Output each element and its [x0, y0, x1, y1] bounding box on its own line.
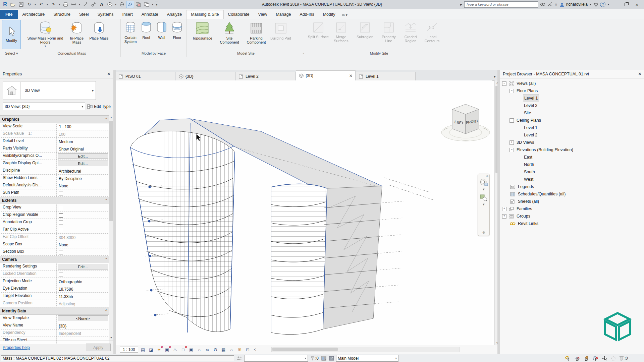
active-workset-select[interactable]: ▾: [244, 355, 308, 362]
worksets-icon[interactable]: [237, 356, 242, 361]
roof-button[interactable]: Roof: [139, 20, 154, 40]
collapse-icon[interactable]: ^: [105, 309, 107, 313]
switch-windows-dropdown-icon[interactable]: ▾: [151, 1, 154, 8]
default-3d-view-icon[interactable]: [106, 1, 113, 8]
show-hidden-lines-value[interactable]: By Discipline: [57, 175, 109, 182]
redo-icon[interactable]: ↷: [50, 1, 57, 8]
tab-steel[interactable]: Steel: [75, 10, 93, 19]
view-template-button[interactable]: <None>: [58, 315, 108, 321]
annotation-crop-checkbox[interactable]: [59, 221, 63, 225]
view-name-value[interactable]: {3D}: [57, 322, 109, 329]
show-rendering-dialog-icon[interactable]: ♨: [172, 347, 178, 353]
locked-3d-view-icon[interactable]: ⌂: [196, 347, 203, 353]
close-button[interactable]: ×: [633, 2, 641, 7]
tree-expander[interactable]: −: [509, 148, 514, 152]
redo-dropdown-icon[interactable]: ▾: [58, 1, 61, 8]
minimize-button[interactable]: –: [611, 2, 620, 7]
select-links-icon[interactable]: [565, 356, 571, 361]
sun-path-checkbox[interactable]: [59, 191, 63, 195]
scroll-down-icon[interactable]: ▼: [109, 336, 113, 340]
panel-select-label[interactable]: Select ▾: [0, 50, 23, 57]
element-filter-combo[interactable]: 3D View: {3D} ▾: [3, 103, 85, 110]
place-mass-button[interactable]: Place Mass: [88, 20, 110, 41]
tree-expander[interactable]: −: [502, 81, 506, 86]
scroll-up-icon[interactable]: ▲: [109, 115, 113, 120]
help-icon[interactable]: ?: [600, 2, 605, 7]
close-view-tab-icon[interactable]: ✕: [349, 73, 353, 78]
revit-logo-icon[interactable]: R: [1, 1, 9, 8]
reveal-constraints-icon[interactable]: ⊡: [245, 347, 251, 353]
measure-icon[interactable]: [70, 1, 77, 8]
tree-item-schedules[interactable]: Schedules/Quantities (all): [509, 190, 644, 198]
dialog-launcher-icon[interactable]: ⌟: [303, 50, 304, 56]
detail-level-icon[interactable]: ▤: [140, 347, 146, 353]
app-store-icon[interactable]: [593, 2, 598, 7]
edit-type-button[interactable]: Edit Type: [87, 104, 111, 109]
view-scale-button[interactable]: 1 : 100: [120, 347, 138, 353]
tree-item-ceiling-level2[interactable]: Level 2: [523, 131, 644, 139]
tree-item-east[interactable]: East: [523, 154, 644, 161]
undo-dropdown-icon[interactable]: ▾: [46, 1, 49, 8]
view-scale-value[interactable]: 1 : 100: [57, 123, 109, 130]
crop-region-visible-checkbox[interactable]: [59, 213, 63, 218]
3d-view-dropdown-icon[interactable]: ▾: [114, 1, 117, 8]
curtain-system-button[interactable]: Curtain System: [123, 20, 138, 44]
navbar-minimize-icon[interactable]: ⊖: [482, 231, 485, 234]
scope-box-value[interactable]: None: [57, 241, 109, 248]
section-graphics[interactable]: Graphics^: [0, 116, 109, 123]
tab-systems[interactable]: Systems: [93, 10, 118, 19]
drag-elements-on-selection-icon[interactable]: [602, 356, 607, 361]
modify-button[interactable]: Modify: [2, 20, 21, 49]
tree-expander[interactable]: +: [502, 207, 506, 211]
panel-modify-site-label[interactable]: Modify Site: [305, 50, 453, 57]
eye-elevation-value[interactable]: 18.7586: [57, 285, 109, 292]
sync-with-central-icon[interactable]: ↻: [25, 1, 33, 8]
username[interactable]: richardvilela: [566, 2, 588, 7]
close-inactive-windows-icon[interactable]: [135, 1, 142, 8]
visual-style-icon[interactable]: ◪: [148, 347, 154, 353]
zoom-dropdown-icon[interactable]: ▼: [482, 203, 485, 206]
customize-qat-icon[interactable]: ▾: [155, 1, 158, 8]
project-browser-close-icon[interactable]: ✕: [638, 71, 642, 76]
save-icon[interactable]: [17, 1, 25, 8]
graphic-display-edit-button[interactable]: Edit...: [58, 161, 108, 166]
tag-by-category-icon[interactable]: [90, 1, 97, 8]
tree-item-ceiling-level1[interactable]: Level 1: [523, 124, 644, 131]
text-icon[interactable]: A: [98, 1, 105, 8]
tab-manage[interactable]: Manage: [271, 10, 295, 19]
in-place-mass-button[interactable]: In-Place Mass: [66, 20, 88, 45]
toposurface-button[interactable]: Toposurface: [189, 20, 216, 41]
tree-item-level1[interactable]: Level 1: [523, 95, 644, 102]
tree-expander[interactable]: −: [509, 118, 514, 123]
type-selector-dropdown-icon[interactable]: ▾: [92, 89, 96, 93]
projection-mode-value[interactable]: Orthographic: [57, 278, 109, 285]
search-input[interactable]: [464, 1, 538, 8]
collapse-icon[interactable]: ^: [105, 257, 107, 261]
editing-requests-icon[interactable]: :0: [311, 356, 319, 361]
default-analysis-value[interactable]: None: [57, 182, 109, 189]
detail-level-value[interactable]: Medium: [57, 138, 109, 145]
temporary-hide-isolate-icon[interactable]: ∞: [204, 347, 211, 353]
navbar-close-icon[interactable]: ⊗: [486, 175, 488, 178]
properties-help-link[interactable]: Properties help: [3, 345, 30, 350]
floor-button[interactable]: Floor: [170, 20, 184, 40]
rendering-settings-edit-button[interactable]: Edit...: [58, 264, 108, 269]
view-tab-level2[interactable]: Level 2: [236, 72, 296, 80]
tree-expander[interactable]: +: [502, 214, 506, 219]
tree-item-site[interactable]: Site: [523, 109, 644, 117]
navigation-wheel-icon[interactable]: [479, 178, 488, 187]
help-dropdown-icon[interactable]: ▾: [607, 3, 609, 6]
far-clip-active-checkbox[interactable]: [59, 228, 63, 232]
control-bar-collapse-icon[interactable]: <: [254, 347, 256, 352]
zoom-region-icon[interactable]: [480, 194, 488, 202]
tree-item-north[interactable]: North: [523, 161, 644, 168]
section-box-checkbox[interactable]: [59, 250, 63, 254]
tree-item-level2[interactable]: Level 2: [523, 102, 644, 109]
tree-item-revit-links[interactable]: Revit Links: [509, 220, 644, 227]
view-tab-piso01[interactable]: PISO 01: [116, 72, 175, 80]
tab-architecture[interactable]: Architecture: [18, 10, 49, 19]
tree-item-families[interactable]: + Families: [502, 205, 644, 213]
tree-item-west[interactable]: West: [523, 176, 644, 183]
ribbon-display-toggle-icon[interactable]: ▭ ▾: [340, 11, 350, 19]
search-icon[interactable]: [540, 2, 545, 7]
